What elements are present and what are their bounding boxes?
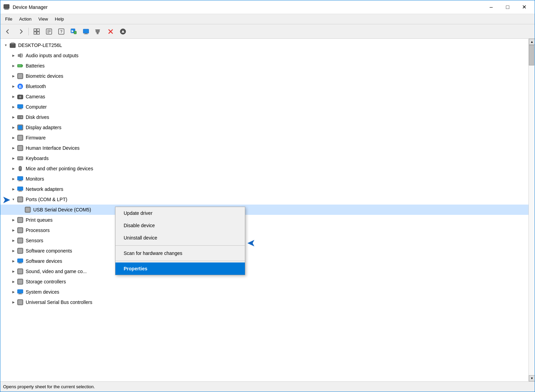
forward-button[interactable] [15,26,26,37]
keyboard-icon [17,155,24,162]
sensors-icon [17,237,24,244]
svg-rect-3 [34,29,36,31]
bluetooth-label: Bluetooth [26,84,46,89]
tree-item-keyboards[interactable]: ▶ Keyboards [0,153,528,163]
scrollbar-down-button[interactable]: ▼ [529,375,535,381]
context-menu-disable-device[interactable]: Disable device [115,219,245,232]
tree-item-cameras[interactable]: ▶ Cameras [0,91,528,102]
sensors-label: Sensors [26,238,43,243]
tree-item-display[interactable]: ▶ Display adapters [0,122,528,133]
system-icon [17,289,24,295]
svg-rect-81 [18,238,22,243]
svg-rect-4 [37,29,39,31]
expand-icon-processors: ▶ [11,228,16,233]
svg-rect-40 [19,95,20,95]
tree-item-storage[interactable]: ▶ Storage controllers [0,277,528,287]
help-button[interactable]: ? [55,26,67,37]
scrollbar-thumb[interactable] [529,45,534,65]
svg-rect-42 [19,108,22,109]
show-grid-button[interactable] [31,26,42,37]
svg-rect-20 [97,32,98,34]
usb-ctrl-icon [17,299,24,306]
context-menu-scan[interactable]: Scan for hardware changes [115,247,245,259]
svg-rect-86 [18,263,22,264]
expand-icon-sensors: ▶ [11,238,16,243]
tree-item-sound[interactable]: ▶ Sound, video and game co... [0,266,528,277]
svg-rect-31 [22,65,23,66]
context-menu-update-driver[interactable]: Update driver [115,207,245,219]
menu-file[interactable]: File [2,15,16,23]
svg-rect-28 [18,54,19,57]
remove-button[interactable] [105,26,116,37]
tree-item-print[interactable]: ▶ Print queues [0,215,528,225]
menu-help[interactable]: Help [51,15,67,23]
tree-item-usb-serial[interactable]: ▶ USB Serial Device (COM5) [0,205,528,215]
scrollbar-track[interactable] [529,45,535,375]
svg-rect-2 [4,9,9,10]
expand-icon-hid: ▶ [11,145,16,151]
svg-rect-85 [19,262,22,263]
tree-item-usb-ctrl[interactable]: ▶ Universal Serial Bus controllers [0,297,528,307]
download-button[interactable] [117,26,129,37]
svg-rect-93 [18,294,22,294]
tree-item-sw-devices[interactable]: ▶ Software devices [0,256,528,266]
context-menu-uninstall-device[interactable]: Uninstall device [115,232,245,244]
tree-item-ports[interactable]: ▼ Ports (COM & LPT) [0,194,528,205]
pin-button[interactable] [92,26,104,37]
monitor-button[interactable] [80,26,92,37]
svg-rect-17 [85,33,87,34]
expand-icon-audio: ▶ [11,53,16,58]
network-label: Network adapters [26,186,63,192]
biometric-label: Biometric devices [26,73,63,79]
toolbar-sep-1 [28,28,29,35]
processors-icon [17,227,24,234]
tree-item-system[interactable]: ▶ System devices [0,287,528,297]
context-menu-sep-1 [115,245,245,246]
close-button[interactable]: ✕ [516,2,532,13]
svg-rect-18 [84,34,88,34]
scrollbar[interactable]: ▲ ▼ [528,39,535,381]
tree-item-computer[interactable]: ▶ Computer [0,102,528,112]
tree-item-monitors[interactable]: ▶ Monitors [0,174,528,184]
tree-item-audio[interactable]: ▶ Audio inputs and outputs [0,50,528,61]
ports-label: Ports (COM & LPT) [26,197,67,202]
bluetooth-icon: B [17,83,24,90]
maximize-button[interactable]: □ [500,2,515,13]
menu-view[interactable]: View [35,15,51,23]
tree-item-bluetooth[interactable]: ▶ B Bluetooth [0,81,528,91]
storage-label: Storage controllers [26,279,66,284]
tree-item-sensors[interactable]: ▶ Sensors [0,235,528,246]
expand-icon-display: ▶ [11,125,16,130]
tree-item-network[interactable]: ▶ Network adapters [0,184,528,194]
app-icon [3,4,10,11]
properties-button[interactable] [43,26,55,37]
tree-item-hid[interactable]: ▶ Human Interface Devices [0,143,528,153]
title-bar: Device Manager – □ ✕ [0,0,535,14]
expand-icon-cameras: ▶ [11,94,16,99]
scrollbar-up-button[interactable]: ▲ [529,39,535,45]
context-menu-properties[interactable]: Properties [115,262,245,275]
tree-item-sw-components[interactable]: ▶ Software components [0,246,528,256]
svg-rect-19 [96,30,99,32]
tree-item-disk[interactable]: ▶ Disk drives [0,112,528,122]
back-button[interactable] [2,26,14,37]
tree-item-batteries[interactable]: ▶ Batteries [0,61,528,71]
svg-rect-57 [19,157,20,158]
run-button[interactable] [68,26,79,37]
menu-action[interactable]: Action [16,15,35,23]
tree-item-mice[interactable]: ▶ Mice and other pointing devices [0,163,528,174]
window-title: Device Manager [13,4,483,10]
tree-panel[interactable]: ▼ DESKTOP-LET256L ▶ [0,39,528,381]
expand-icon-batteries: ▶ [11,63,16,69]
device-manager-window: Device Manager – □ ✕ File Action View He… [0,0,535,392]
tree-item-biometric[interactable]: ▶ Biometric devices [0,71,528,81]
tree-root[interactable]: ▼ DESKTOP-LET256L [0,40,528,50]
network-icon [17,186,24,193]
tree-item-processors[interactable]: ▶ Processors [0,225,528,235]
tree-item-firmware[interactable]: ▶ Firmware [0,133,528,143]
expand-icon-print: ▶ [11,217,16,223]
svg-rect-79 [18,228,22,232]
svg-rect-14 [74,31,76,34]
minimize-button[interactable]: – [483,2,499,13]
svg-rect-95 [18,300,22,304]
